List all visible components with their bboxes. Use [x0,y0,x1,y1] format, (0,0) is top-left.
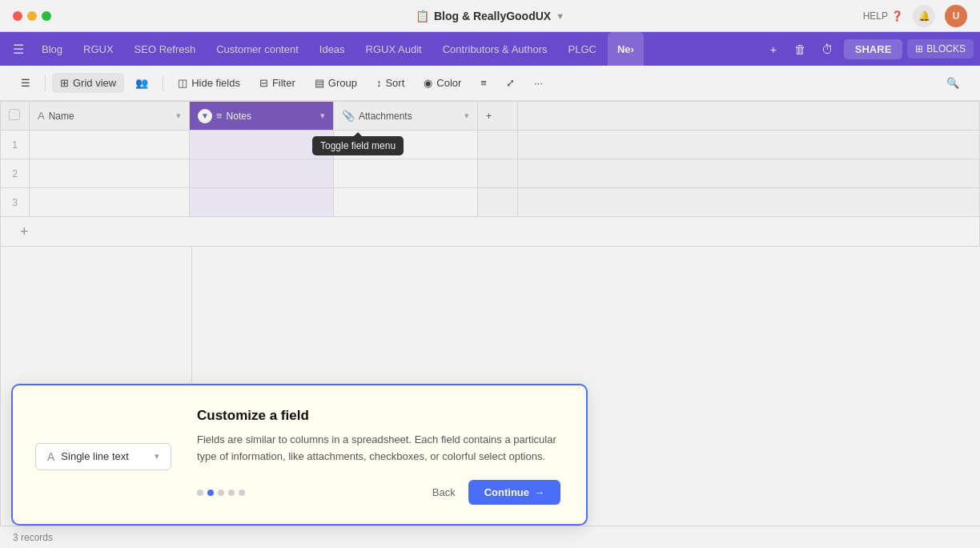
row-2-check[interactable]: 2 [1,159,30,188]
tab-ideas[interactable]: Ideas [310,32,355,66]
search-button[interactable]: 🔍 [938,73,967,93]
tab-rgux-audit-label: RGUX Audit [366,43,422,55]
tab-contributors-label: Contributors & Authors [443,43,548,55]
tab-seo-refresh-label: SEO Refresh [135,43,196,55]
row-1-extra [478,131,518,159]
field-type-dropdown-icon: ▾ [155,451,159,461]
row-2-number: 2 [9,159,21,187]
sort-icon: ↕ [376,77,382,89]
add-column-icon[interactable]: + [486,111,492,122]
tab-blog[interactable]: Blog [32,32,72,66]
continue-button[interactable]: Continue → [468,480,560,505]
table-wrapper: A Name ▾ ▼ ≡ Notes ▾ [0,101,980,247]
tab-rgux-audit[interactable]: RGUX Audit [356,32,432,66]
hide-fields-button[interactable]: ◫ Hide fields [170,73,248,93]
notification-button[interactable]: 🔔 [913,5,935,27]
field-type-selector[interactable]: A Single line text ▾ [35,443,171,470]
row-height-button[interactable]: ≡ [472,73,495,93]
table-header-row: A Name ▾ ▼ ≡ Notes ▾ [1,102,980,131]
row-2-attachments[interactable] [334,159,478,188]
avatar[interactable]: U [945,5,967,27]
more-icon: ··· [534,77,543,89]
attachments-column-options[interactable]: ▾ [464,111,469,121]
toolbar: ☰ ⊞ Grid view 👥 ◫ Hide fields ⊟ Filter ▤… [0,66,980,101]
sidebar-toggle[interactable]: ☰ [6,32,30,66]
name-column-label: Name [49,111,74,122]
row-1-number: 1 [9,131,21,159]
add-row-button[interactable]: + [9,217,971,246]
hide-fields-label: Hide fields [191,77,240,89]
collaborators-button[interactable]: 👥 [127,73,156,93]
share-button[interactable]: SHARE [844,39,903,59]
row-3-name[interactable] [30,188,190,217]
column-header-check [1,102,30,131]
row-3-check[interactable]: 3 [1,188,30,217]
blocks-button[interactable]: ⊞ BLOCKS [907,39,974,58]
color-label: Color [436,77,461,89]
tab-rgux[interactable]: RGUX [74,32,123,66]
history-button[interactable]: ⏱ [817,38,839,60]
table-row: 3 [1,188,980,217]
dot-2 [207,490,214,496]
table-row: 1 [1,131,980,159]
color-icon: ◉ [424,77,432,89]
add-tab-button[interactable]: + [762,38,785,60]
help-label: HELP [863,10,888,22]
attachments-field-icon: 📎 [342,110,355,122]
more-options-button[interactable]: ··· [526,73,551,93]
add-row-row: + [1,217,980,247]
tab-new-label: Ne› [617,43,634,55]
maximize-button[interactable] [42,11,51,21]
onboarding-footer: Back Continue → [197,480,560,505]
filter-label: Filter [272,77,295,89]
row-1-name[interactable] [30,131,190,159]
sort-button[interactable]: ↕ Sort [368,73,412,93]
view-type-toggle[interactable]: ☰ [13,73,38,93]
onboarding-modal: A Single line text ▾ Customize a field F… [11,384,588,526]
row-3-empty [518,188,980,217]
select-all-checkbox[interactable] [9,109,20,120]
add-row-cell[interactable]: + [1,217,980,247]
row-2-name[interactable] [30,159,190,188]
row-1-notes[interactable] [190,131,334,159]
tab-plgc[interactable]: PLGC [559,32,606,66]
tab-customer-content[interactable]: Customer content [207,32,308,66]
row-2-empty [518,159,980,188]
group-button[interactable]: ▤ Group [307,73,365,93]
dot-3 [218,490,224,496]
tab-customer-content-label: Customer content [216,43,299,55]
tab-new[interactable]: Ne› [608,32,644,66]
expand-button[interactable]: ⤢ [498,73,523,93]
back-button[interactable]: Back [432,486,456,498]
row-3-attachments[interactable] [334,188,478,217]
title-calendar-icon: 📋 [416,10,429,22]
onboarding-description: Fields are similar to columns in a sprea… [197,432,560,465]
grid-view-button[interactable]: ⊞ Grid view [52,73,124,93]
color-button[interactable]: ◉ Color [416,73,469,93]
row-3-extra [478,188,518,217]
tab-bar: ☰ Blog RGUX SEO Refresh Customer content… [0,32,980,66]
help-button[interactable]: HELP ❓ [863,10,903,22]
row-2-notes[interactable] [190,159,334,188]
notes-column-options[interactable]: ▾ [320,111,325,121]
tab-contributors[interactable]: Contributors & Authors [433,32,557,66]
tab-seo-refresh[interactable]: SEO Refresh [125,32,206,66]
filter-button[interactable]: ⊟ Filter [251,73,303,93]
minimize-button[interactable] [27,11,37,21]
onboarding-content: Customize a field Fields are similar to … [197,408,560,505]
close-button[interactable] [13,11,22,21]
row-3-number: 3 [9,188,21,216]
name-column-options[interactable]: ▾ [176,111,181,121]
delete-tab-button[interactable]: 🗑 [789,38,812,60]
row-1-check[interactable]: 1 [1,131,30,159]
column-header-name[interactable]: A Name ▾ [30,102,190,131]
column-header-add[interactable]: + [478,102,518,131]
column-header-notes[interactable]: ▼ ≡ Notes ▾ [190,102,334,131]
row-1-attachments[interactable] [334,131,478,159]
column-header-attachments[interactable]: 📎 Attachments ▾ [334,102,478,131]
row-3-notes[interactable] [190,188,334,217]
title-dropdown-icon[interactable]: ▼ [556,11,564,21]
continue-label: Continue [484,486,529,498]
column-header-empty [518,102,980,131]
row-height-icon: ≡ [480,77,487,89]
